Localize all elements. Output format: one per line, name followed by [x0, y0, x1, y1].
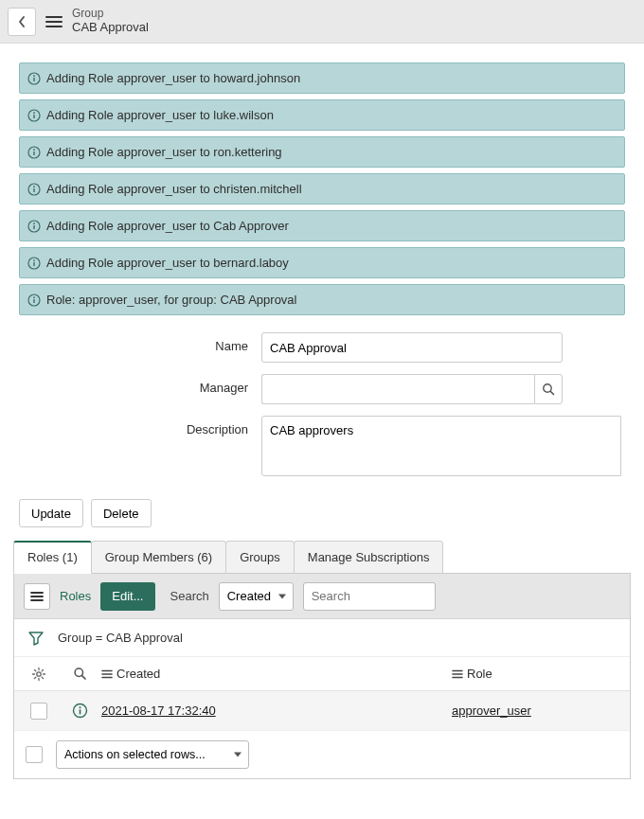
svg-rect-8 — [33, 151, 34, 155]
column-search-toggle[interactable] — [69, 664, 90, 685]
svg-rect-5 — [33, 115, 34, 118]
svg-point-13 — [33, 223, 35, 224]
info-icon — [27, 220, 41, 233]
svg-point-23 — [37, 671, 41, 675]
tab-manage-subscriptions[interactable]: Manage Subscriptions — [294, 541, 444, 574]
info-message-text: Adding Role approver_user to bernard.lab… — [46, 256, 289, 270]
hamburger-icon — [101, 669, 113, 679]
svg-rect-20 — [33, 299, 34, 303]
info-icon — [27, 257, 41, 270]
list-toolbar: Roles Edit... Search Created — [14, 574, 630, 619]
info-message: Adding Role approver_user to luke.wilson — [19, 99, 625, 131]
info-message-text: Adding Role approver_user to ron.ketteri… — [46, 145, 282, 159]
info-messages: Adding Role approver_user to howard.john… — [0, 44, 644, 319]
svg-point-27 — [79, 706, 80, 708]
role-cell-link[interactable]: approver_user — [452, 703, 531, 718]
column-header-created[interactable]: Created — [101, 667, 452, 681]
list-footer: Actions on selected rows... — [14, 731, 630, 778]
svg-rect-11 — [33, 188, 34, 192]
record-header: Group CAB Approval — [0, 0, 644, 44]
roles-related-list: Roles Edit... Search Created Group = CAB… — [13, 573, 631, 779]
search-icon — [73, 667, 87, 681]
svg-rect-14 — [33, 225, 34, 229]
update-button[interactable]: Update — [19, 499, 83, 527]
bulk-actions-select[interactable]: Actions on selected rows... — [56, 740, 249, 769]
name-input[interactable] — [261, 332, 563, 363]
svg-line-22 — [550, 391, 553, 394]
info-message-text: Adding Role approver_user to Cab Approve… — [46, 219, 289, 233]
svg-point-4 — [33, 112, 35, 114]
description-textarea[interactable] — [261, 416, 621, 476]
list-title: Roles — [60, 589, 91, 603]
related-tabs: Roles (1) Group Members (6) Groups Manag… — [13, 541, 631, 574]
svg-point-19 — [33, 296, 35, 298]
context-menu-button[interactable] — [44, 11, 64, 32]
svg-rect-17 — [33, 262, 34, 266]
tab-groups[interactable]: Groups — [225, 541, 295, 574]
gear-icon — [31, 667, 46, 682]
info-message-text: Adding Role approver_user to luke.wilson — [46, 108, 274, 122]
info-icon — [27, 294, 41, 307]
info-icon — [27, 72, 41, 85]
info-message: Adding Role approver_user to Cab Approve… — [19, 210, 625, 241]
tab-group-members[interactable]: Group Members (6) — [91, 541, 226, 574]
svg-point-10 — [33, 186, 35, 187]
name-label: Name — [0, 332, 261, 353]
column-header-role[interactable]: Role — [452, 667, 624, 681]
info-message-text: Adding Role approver_user to christen.mi… — [46, 182, 302, 196]
svg-point-7 — [33, 149, 35, 151]
group-form: Name Manager Description — [0, 319, 644, 499]
info-message-text: Role: approver_user, for group: CAB Appr… — [46, 293, 296, 307]
search-icon — [542, 383, 555, 396]
row-preview-button[interactable] — [69, 701, 90, 721]
info-message-text: Adding Role approver_user to howard.john… — [46, 71, 300, 85]
manager-input[interactable] — [261, 374, 534, 404]
info-message: Role: approver_user, for group: CAB Appr… — [19, 284, 625, 315]
manager-lookup-button[interactable] — [534, 374, 563, 404]
column-header-row: Created Role — [14, 657, 630, 691]
tab-roles[interactable]: Roles (1) — [13, 541, 92, 574]
info-message: Adding Role approver_user to ron.ketteri… — [19, 136, 625, 168]
record-display-name: CAB Approval — [72, 21, 149, 35]
form-actions: Update Delete — [0, 499, 644, 541]
manager-label: Manager — [0, 374, 261, 395]
title-block: Group CAB Approval — [72, 8, 149, 35]
list-menu-button[interactable] — [24, 583, 50, 610]
info-icon — [27, 183, 41, 196]
personalize-list-button[interactable] — [28, 664, 49, 685]
filter-bar: Group = CAB Approval — [14, 619, 630, 657]
record-type-label: Group — [72, 8, 149, 21]
info-message: Adding Role approver_user to howard.john… — [19, 62, 625, 94]
info-message: Adding Role approver_user to christen.mi… — [19, 173, 625, 205]
row-checkbox[interactable] — [30, 703, 47, 720]
info-icon — [27, 146, 41, 159]
edit-button[interactable]: Edit... — [100, 582, 154, 611]
search-field-select[interactable]: Created — [219, 582, 294, 611]
hamburger-icon — [452, 669, 463, 679]
info-icon — [72, 703, 88, 719]
chevron-left-icon — [17, 15, 27, 28]
svg-point-16 — [33, 259, 35, 261]
svg-line-25 — [81, 676, 84, 679]
svg-rect-28 — [79, 709, 80, 714]
description-label: Description — [0, 416, 261, 436]
created-cell-link[interactable]: 2021-08-17 17:32:40 — [101, 703, 216, 718]
hamburger-icon — [30, 591, 44, 602]
filter-breadcrumb[interactable]: Group = CAB Approval — [58, 631, 183, 645]
table-row: 2021-08-17 17:32:40 approver_user — [14, 691, 630, 731]
search-label: Search — [170, 589, 209, 603]
search-input[interactable] — [303, 582, 436, 611]
info-message: Adding Role approver_user to bernard.lab… — [19, 247, 625, 278]
filter-button[interactable] — [26, 628, 46, 649]
column-label: Created — [116, 667, 160, 681]
select-all-checkbox[interactable] — [26, 746, 43, 763]
column-label: Role — [467, 667, 492, 681]
svg-point-1 — [33, 75, 35, 77]
hamburger-icon — [45, 15, 63, 28]
svg-rect-2 — [33, 78, 34, 81]
delete-button[interactable]: Delete — [91, 499, 152, 527]
back-button[interactable] — [8, 8, 36, 36]
filter-icon — [27, 630, 45, 647]
info-icon — [27, 109, 41, 122]
